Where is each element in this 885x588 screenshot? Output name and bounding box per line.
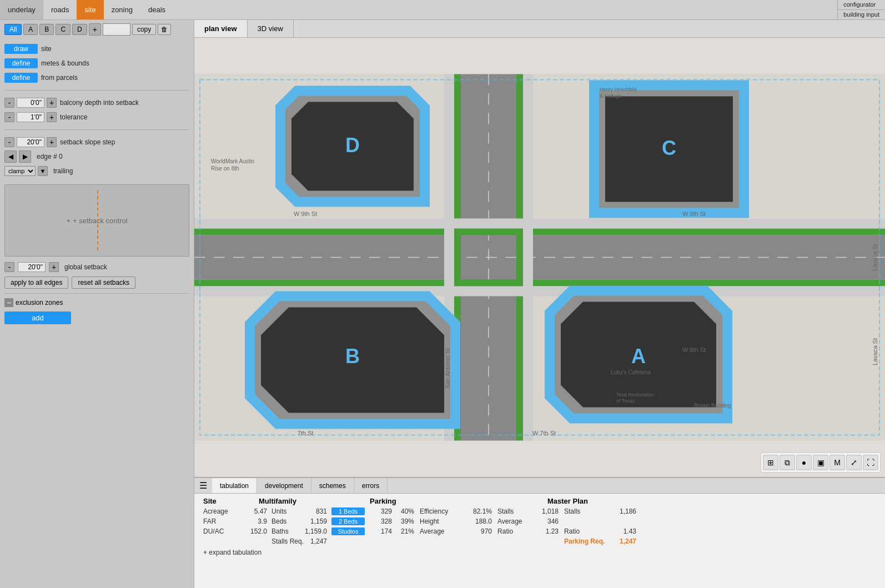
tab-row: All A B C D + copy 🗑 <box>0 20 194 39</box>
duac-value: 152.0 <box>242 527 267 535</box>
top-nav: underlay roads site zoning deals configu… <box>0 0 885 20</box>
tab-plan-view[interactable]: plan view <box>194 20 248 37</box>
nav-zoning[interactable]: zoning <box>104 0 140 19</box>
map-tool-grid[interactable]: ⊞ <box>763 455 778 470</box>
clamp-select[interactable]: clamp <box>4 166 36 176</box>
reset-all-setbacks-button[interactable]: reset all setbacks <box>72 277 135 289</box>
exclusion-zones-row: − exclusion zones <box>0 296 194 309</box>
svg-text:Rise on 8th: Rise on 8th <box>211 165 239 172</box>
beds-2-badge[interactable]: 2 Beds <box>331 517 370 525</box>
tab-schemes[interactable]: schemes <box>311 478 354 493</box>
svg-text:Henry Hirschfeld: Henry Hirschfeld <box>600 87 637 92</box>
svg-rect-6 <box>194 229 885 235</box>
tab-copy-button[interactable]: copy <box>132 24 156 35</box>
trailing-label: trailing <box>53 167 73 175</box>
expand-tabulation-row[interactable]: + expand tabulation <box>194 546 885 559</box>
baths-value: 1,159.0 <box>305 527 327 535</box>
balcony-depth-plus[interactable]: + <box>47 98 57 108</box>
nav-underlay[interactable]: underlay <box>0 0 43 19</box>
average-value-2: 970 <box>464 527 492 535</box>
define-button-2[interactable]: define <box>4 73 38 83</box>
bottom-panel: ☰ tabulation development schemes errors … <box>194 477 885 588</box>
svg-text:W 9th St: W 9th St <box>682 210 706 217</box>
units-value: 831 <box>305 507 327 515</box>
edge-prev-button[interactable]: ◀ <box>4 150 17 163</box>
tab-a[interactable]: A <box>23 24 38 35</box>
setback-slope-value: 20'0" <box>17 137 44 147</box>
tab-delete-button[interactable]: 🗑 <box>158 24 171 35</box>
tab-name-input[interactable] <box>103 23 130 36</box>
beds-1-badge[interactable]: 1 Beds <box>331 507 370 515</box>
setback-slope-plus[interactable]: + <box>47 137 57 147</box>
ratio-value-1: 1.23 <box>531 527 559 535</box>
studios-badge[interactable]: Studios <box>331 527 370 535</box>
global-setback-value: 20'0" <box>18 262 46 272</box>
setback-plus-icon: + <box>66 217 71 225</box>
setback-slope-row: - 20'0" + setback slope step <box>4 135 189 149</box>
map-tool-3d[interactable]: ▣ <box>813 455 828 470</box>
svg-text:A: A <box>631 345 646 368</box>
svg-text:B: B <box>345 345 360 368</box>
stalls-req-label: Stalls Req. <box>271 537 305 545</box>
add-exclusion-button[interactable]: add <box>4 311 71 324</box>
global-setback-plus[interactable]: + <box>49 262 59 272</box>
left-panel: All A B C D + copy 🗑 draw site define me… <box>0 20 194 588</box>
efficiency-value: 82.1% <box>464 507 492 515</box>
apply-all-edges-button[interactable]: apply to all edges <box>4 277 68 289</box>
nav-deals[interactable]: deals <box>140 0 173 19</box>
studios-count: 174 <box>373 527 392 535</box>
tab-all[interactable]: All <box>4 24 22 35</box>
nav-building-input[interactable]: building input <box>838 10 885 20</box>
baths-label: Baths <box>271 527 305 535</box>
edge-next-button[interactable]: ▶ <box>19 150 31 163</box>
svg-text:& Cottage: & Cottage <box>600 93 622 99</box>
exclusion-zones-minus-button[interactable]: − <box>4 298 13 307</box>
tab-d[interactable]: D <box>72 24 87 35</box>
map-tool-pan[interactable]: ⤢ <box>846 455 862 470</box>
draw-define-section: draw site define metes & bounds define f… <box>0 39 194 88</box>
svg-text:W 7th St: W 7th St <box>532 430 556 436</box>
nav-roads[interactable]: roads <box>43 0 77 19</box>
map-toolbar: ⊞ ⧉ ● ▣ M ⤢ ⛶ <box>761 453 881 473</box>
tolerance-plus[interactable]: + <box>47 112 57 122</box>
bottom-menu-button[interactable]: ☰ <box>197 479 210 492</box>
global-setback-row: - 20'0" + global setback <box>0 260 194 274</box>
tolerance-minus[interactable]: - <box>4 112 14 122</box>
balcony-depth-minus[interactable]: - <box>4 98 14 108</box>
map-tool-circle[interactable]: ● <box>796 455 812 470</box>
tab-b[interactable]: B <box>39 24 54 35</box>
setback-control-text: + setback control <box>73 217 128 225</box>
tab-3d-view[interactable]: 3D view <box>248 20 294 37</box>
stalls-label-1: Stalls <box>497 507 531 515</box>
nav-configurator[interactable]: configurator <box>838 0 885 10</box>
define-row-2: define from parcels <box>4 71 189 84</box>
svg-rect-13 <box>523 74 533 441</box>
stalls-req-value: 1,247 <box>305 537 327 545</box>
draw-button[interactable]: draw <box>4 44 38 54</box>
average-label-1: Average <box>497 517 531 525</box>
setback-slope-label: setback slope step <box>60 138 115 146</box>
tab-c[interactable]: C <box>56 24 71 35</box>
beds-1-count: 329 <box>373 507 392 515</box>
define-button-1[interactable]: define <box>4 58 38 68</box>
tab-tabulation[interactable]: tabulation <box>212 478 257 493</box>
svg-text:W 9th St: W 9th St <box>294 210 317 217</box>
map-tool-m[interactable]: M <box>829 455 845 470</box>
tab-development[interactable]: development <box>257 478 311 493</box>
apply-reset-row: apply to all edges reset all setbacks <box>0 274 194 291</box>
map-tool-layers[interactable]: ⧉ <box>780 455 795 470</box>
tab-add-button[interactable]: + <box>89 23 101 36</box>
svg-text:of Texas: of Texas <box>616 398 635 404</box>
tab-errors[interactable]: errors <box>354 478 388 493</box>
setback-slope-minus[interactable]: - <box>4 137 14 147</box>
nav-site[interactable]: site <box>77 0 103 19</box>
clamp-dropdown-arrow[interactable]: ▼ <box>38 166 48 176</box>
efficiency-label: Efficiency <box>420 507 464 515</box>
map-tool-fullscreen[interactable]: ⛶ <box>863 455 878 470</box>
global-setback-minus[interactable]: - <box>4 262 14 272</box>
setback-canvas[interactable]: + + setback control <box>4 184 189 257</box>
map-container[interactable]: D C B <box>194 38 885 477</box>
mp-stalls-value: 1,186 <box>609 507 636 515</box>
balcony-depth-value: 0'0" <box>17 98 44 108</box>
define-row-1: define metes & bounds <box>4 57 189 70</box>
